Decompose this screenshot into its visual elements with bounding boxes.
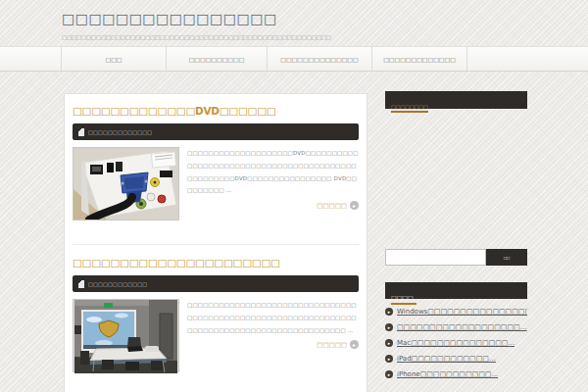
- arrow-bullet-icon: ▸: [385, 323, 393, 331]
- read-more-arrow-icon: ▸: [350, 201, 359, 210]
- article-1-category-bar[interactable]: □□□□□□□□□□□□□: [73, 123, 359, 140]
- read-more-label: □□□□□: [317, 202, 347, 210]
- article-2-thumbnail-meeting-room[interactable]: [73, 299, 179, 372]
- recent-post-link[interactable]: Windows□□□□□□□□□□□□□□□□□…: [397, 308, 527, 316]
- arrow-bullet-icon: ▸: [385, 339, 393, 347]
- recent-post-item-ipad[interactable]: ▸ iPad□□□□□□□□□□□□…: [385, 355, 527, 363]
- recent-post-item-2[interactable]: ▸ □□□□□□□□□□□□□□□□□□□…: [385, 323, 527, 331]
- article-2-excerpt: □□□□□□□□□□□□□□□□□□□□□□□□□□□□□□□□□□□□□□□□…: [187, 299, 359, 336]
- recent-post-link[interactable]: Mac□□□□□□□□□□□□□□□…: [397, 339, 514, 347]
- article-1-read-more[interactable]: □□□□□ ▸: [187, 201, 359, 210]
- site-tagline: □□□□□□□□□□□□□□□□□□□□□□□□□□□□□□□□□□□□□□□□…: [62, 34, 331, 40]
- nav-item-home[interactable]: □□□: [62, 47, 167, 71]
- file-icon: [78, 128, 84, 136]
- article-2: □□□□□□□□□□□□□□□□□□□□□□ □□□□□□□□□□□□: [73, 257, 359, 372]
- article-1: □□□□□□□□□□□□□DVD□□□□□□ □□□□□□□□□□□□□: [73, 105, 359, 220]
- article-1-title[interactable]: □□□□□□□□□□□□□DVD□□□□□□: [73, 105, 359, 117]
- search-input[interactable]: [385, 249, 486, 266]
- sidebar: □□□□□□□□ □□ □□□□ ▸ Windows□□□□□□□□□□□□□□…: [385, 0, 527, 392]
- sidebar-promo-box[interactable]: □□□□□□□□: [385, 91, 527, 109]
- nav-item-2[interactable]: □□□□□□□□□□: [167, 47, 268, 71]
- file-icon: [78, 280, 84, 288]
- search-widget: □□: [385, 249, 527, 266]
- recent-post-link[interactable]: iPad□□□□□□□□□□□□…: [397, 355, 496, 363]
- recent-post-item-mac[interactable]: ▸ Mac□□□□□□□□□□□□□□□…: [385, 339, 527, 347]
- projector-rear-panel-image: [74, 148, 178, 220]
- article-1-thumbnail-projector-rear[interactable]: [73, 147, 179, 220]
- recent-post-link[interactable]: □□□□□□□□□□□□□□□□□□□…: [397, 323, 527, 331]
- site-title[interactable]: □□□□□□□□□□□□□□□□: [62, 11, 277, 26]
- recent-post-link[interactable]: iPhone□□□□□□□□□□□…: [397, 370, 498, 378]
- main-content: □□□□□□□□□□□□□DVD□□□□□□ □□□□□□□□□□□□□: [64, 93, 368, 392]
- article-2-title[interactable]: □□□□□□□□□□□□□□□□□□□□□□: [73, 257, 359, 269]
- article-separator: [73, 244, 359, 245]
- article-1-excerpt: □□□□□□□□□□□□□□□□□□□□DVD□□□□□□□□□□□□□□□□□…: [187, 147, 359, 197]
- sidebar-promo-link[interactable]: □□□□□□□□: [391, 104, 428, 113]
- arrow-bullet-icon: ▸: [385, 355, 393, 363]
- article-2-category-bar[interactable]: □□□□□□□□□□□□: [73, 275, 359, 292]
- article-2-category-label: □□□□□□□□□□□□: [88, 281, 147, 287]
- nav-spacer: [0, 47, 62, 71]
- recent-posts-title: □□□□: [391, 294, 416, 305]
- read-more-label: □□□□□: [317, 341, 347, 349]
- recent-posts-list: ▸ Windows□□□□□□□□□□□□□□□□□… ▸ □□□□□□□□□□…: [385, 308, 527, 386]
- meeting-room-projection-image: [74, 300, 178, 373]
- recent-posts-header: □□□□: [385, 282, 527, 299]
- recent-post-item-iphone[interactable]: ▸ iPhone□□□□□□□□□□□…: [385, 370, 527, 378]
- read-more-arrow-icon: ▸: [350, 340, 359, 349]
- arrow-bullet-icon: ▸: [385, 308, 393, 316]
- search-button[interactable]: □□: [486, 249, 527, 266]
- recent-post-item-windows[interactable]: ▸ Windows□□□□□□□□□□□□□□□□□…: [385, 308, 527, 316]
- article-1-category-label: □□□□□□□□□□□□□: [88, 129, 152, 135]
- article-2-read-more[interactable]: □□□□□ ▸: [187, 340, 359, 349]
- arrow-bullet-icon: ▸: [385, 370, 393, 378]
- nav-item-3[interactable]: □□□□□□□□□□□□□□: [268, 47, 372, 71]
